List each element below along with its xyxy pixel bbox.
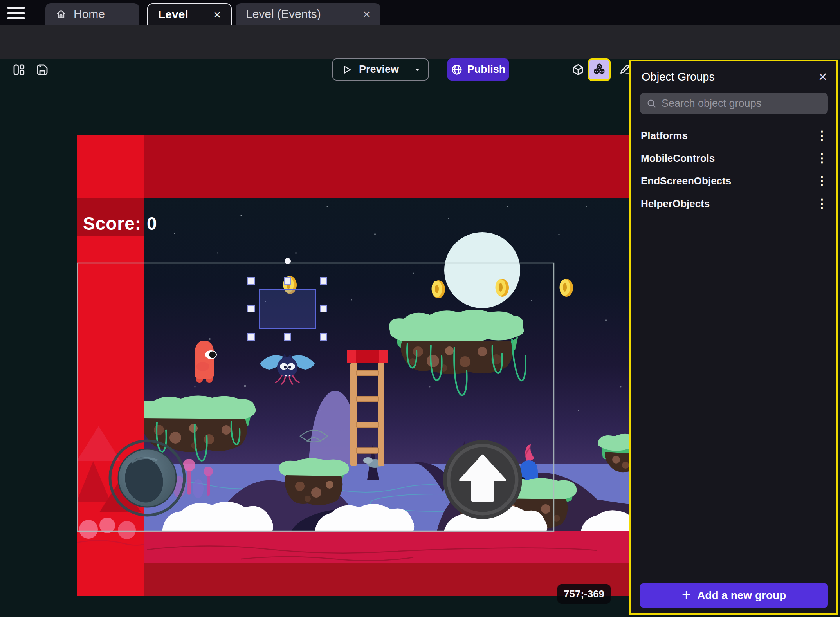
selection-handle-w[interactable] bbox=[247, 305, 255, 312]
save-icon[interactable] bbox=[34, 61, 51, 78]
moon-sprite[interactable] bbox=[444, 232, 520, 308]
play-icon bbox=[341, 64, 353, 76]
preview-label: Preview bbox=[359, 63, 399, 76]
toolbar: Preview Publish bbox=[0, 25, 840, 59]
object-groups-icon bbox=[592, 63, 606, 77]
tab-level[interactable]: Level × bbox=[147, 3, 232, 25]
group-row-helperobjects[interactable]: HelperObjects ⋮ bbox=[631, 192, 836, 215]
selection-handle-nw[interactable] bbox=[247, 277, 255, 285]
home-icon bbox=[56, 9, 67, 20]
object-groups-button[interactable] bbox=[588, 58, 611, 81]
globe-icon bbox=[451, 64, 463, 76]
group-list: Platforms ⋮ MobileControls ⋮ EndScreenOb… bbox=[631, 124, 836, 215]
publish-button[interactable]: Publish bbox=[447, 58, 509, 81]
kebab-menu-icon[interactable]: ⋮ bbox=[814, 175, 830, 187]
selection-rotate-handle[interactable] bbox=[285, 258, 291, 264]
tab-bar: Home Level × Level (Events) × bbox=[0, 0, 840, 25]
search-object-groups-input[interactable] bbox=[640, 93, 828, 114]
panel-title: Object Groups bbox=[642, 70, 715, 83]
preview-button[interactable]: Preview bbox=[332, 58, 429, 81]
cursor-coordinates-badge: 757;-369 bbox=[557, 584, 611, 604]
selection-handle-e[interactable] bbox=[320, 305, 327, 312]
objects-cube-icon[interactable] bbox=[570, 61, 587, 78]
ground-wall-red[interactable] bbox=[77, 531, 629, 596]
score-text: Score: 0 bbox=[83, 213, 157, 234]
selection-handle-n[interactable] bbox=[284, 277, 291, 285]
group-row-mobilecontrols[interactable]: MobileControls ⋮ bbox=[631, 147, 836, 170]
search-icon bbox=[646, 98, 657, 109]
caret-down-icon bbox=[412, 65, 422, 75]
kebab-menu-icon[interactable]: ⋮ bbox=[814, 152, 830, 164]
tab-home[interactable]: Home bbox=[45, 3, 139, 25]
selection-handle-s[interactable] bbox=[284, 333, 291, 341]
selection-handle-ne[interactable] bbox=[320, 277, 327, 285]
panel-close-icon[interactable]: × bbox=[818, 69, 827, 84]
tab-level-label: Level bbox=[158, 8, 188, 21]
tab-level-events-label: Level (Events) bbox=[246, 7, 321, 21]
kebab-menu-icon[interactable]: ⋮ bbox=[814, 130, 830, 141]
app-window: Home Level × Level (Events) × Preview bbox=[0, 0, 840, 617]
layout-panels-icon[interactable] bbox=[10, 61, 27, 78]
top-wall-red[interactable] bbox=[77, 135, 629, 198]
add-new-group-label: Add a new group bbox=[697, 589, 786, 602]
tab-level-events-close-icon[interactable]: × bbox=[363, 8, 370, 20]
publish-label: Publish bbox=[467, 63, 506, 76]
selection-handle-sw[interactable] bbox=[247, 333, 255, 341]
jump-button-control[interactable] bbox=[443, 440, 522, 519]
search-input[interactable] bbox=[662, 97, 822, 110]
preview-dropdown-button[interactable] bbox=[406, 59, 428, 80]
kebab-menu-icon[interactable]: ⋮ bbox=[814, 198, 830, 209]
add-new-group-button[interactable]: + Add a new group bbox=[640, 583, 828, 608]
tab-level-close-icon[interactable]: × bbox=[213, 8, 221, 21]
selection-rectangle[interactable] bbox=[259, 289, 316, 329]
hamburger-menu-icon[interactable] bbox=[7, 5, 27, 20]
tab-home-label: Home bbox=[74, 7, 105, 21]
group-row-endscreenobjects[interactable]: EndScreenObjects ⋮ bbox=[631, 170, 836, 192]
game-scene[interactable] bbox=[77, 135, 629, 596]
plus-icon: + bbox=[682, 587, 691, 603]
tab-level-events[interactable]: Level (Events) × bbox=[236, 3, 380, 25]
left-wall-red[interactable] bbox=[77, 135, 144, 596]
joystick-control[interactable] bbox=[110, 441, 184, 515]
group-row-platforms[interactable]: Platforms ⋮ bbox=[631, 124, 836, 147]
selection-handle-se[interactable] bbox=[320, 333, 327, 341]
object-groups-panel: Object Groups × Platforms ⋮ MobileContro… bbox=[629, 60, 838, 615]
